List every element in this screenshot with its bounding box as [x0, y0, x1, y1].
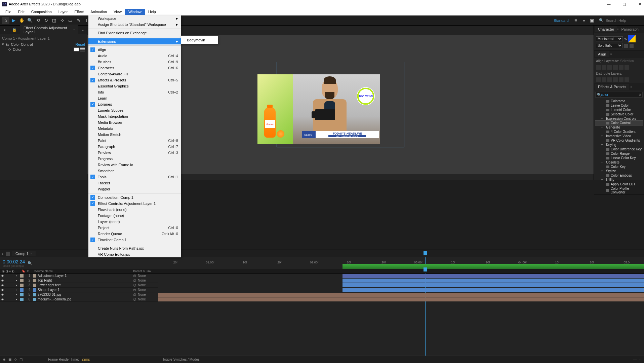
twirl-icon[interactable]: ▸ [14, 284, 19, 287]
dist-1-icon[interactable] [596, 77, 601, 82]
pickwhip-icon[interactable]: @ [133, 274, 138, 278]
effects-tree-item[interactable]: ▾Immersive Video [595, 134, 643, 138]
menu-item[interactable]: Learn [88, 95, 181, 101]
menu-effect[interactable]: Effect [71, 9, 87, 15]
orbit-tool[interactable]: ⟲ [34, 17, 42, 24]
menu-item[interactable]: Mask Interpolation [88, 113, 181, 119]
workspace-name[interactable]: Standard [551, 19, 571, 23]
layer-name[interactable]: 2762333-01.jpg [38, 293, 133, 296]
reset-workspace-icon[interactable]: » [580, 17, 588, 24]
fx-badge[interactable]: fx [6, 42, 9, 46]
fill-icon[interactable] [624, 44, 628, 48]
visibility-icon[interactable]: ◉ [0, 293, 5, 296]
effects-tree-item[interactable]: Colorama [595, 99, 643, 103]
menu-item[interactable]: PreviewCtrl+3 [88, 150, 181, 156]
clear-search-icon[interactable]: × [639, 93, 641, 97]
dist-3-icon[interactable] [607, 77, 612, 82]
toggle-switches-modes[interactable]: Toggle Switches / Modes [162, 358, 631, 361]
panel-tab-next[interactable]: » [78, 27, 87, 33]
effects-tree-item[interactable]: Lumetri Color [595, 108, 643, 112]
paragraph-tab[interactable]: Paragraph [619, 26, 641, 32]
effects-tree-item[interactable]: ▾Utility [595, 178, 643, 182]
effects-presets-tab[interactable]: Effects & Presets [595, 84, 629, 90]
sb-dash-1[interactable]: — [633, 358, 637, 361]
menu-window[interactable]: Window [125, 9, 145, 15]
panel-toggle-icon[interactable]: ▣ [588, 17, 596, 24]
effects-tree-item[interactable]: Selective Color [595, 112, 643, 116]
camera-tool[interactable]: ◫ [50, 17, 58, 24]
workspace-menu-icon[interactable]: ≡ [572, 17, 579, 24]
menu-item[interactable]: BrushesCtrl+9 [88, 59, 181, 65]
twirl-icon[interactable]: ▸ [14, 298, 19, 301]
menu-item[interactable]: Media Browser [88, 119, 181, 125]
align-vcenter-icon[interactable] [619, 65, 623, 70]
dist-5-icon[interactable] [619, 77, 623, 82]
menu-item[interactable]: Tracker [88, 180, 181, 186]
timeline-layer-row[interactable]: ◉▸2Top Right@None [0, 278, 158, 283]
sb-icon-3[interactable]: ⊹ [14, 358, 17, 361]
layer-bar[interactable] [343, 283, 644, 287]
parent-dropdown[interactable]: None [138, 288, 158, 292]
timeline-layer-row[interactable]: ◉▸4Shape Layer 1@None [0, 288, 158, 292]
pickwhip-icon[interactable]: @ [133, 284, 138, 287]
label-color[interactable] [20, 279, 24, 282]
menu-item[interactable]: ✓Align [88, 47, 181, 53]
pickwhip-icon[interactable]: @ [133, 279, 138, 282]
parent-dropdown[interactable]: None [138, 274, 158, 278]
label-color[interactable] [20, 298, 24, 301]
menu-item[interactable]: InfoCtrl+2 [88, 89, 181, 95]
menu-item[interactable]: Wiggler [88, 186, 181, 192]
menu-item[interactable]: ✓Composition: Comp 1 [88, 194, 181, 201]
home-button[interactable]: ⌂ [2, 17, 9, 24]
effects-tree-item[interactable]: ▾Stylize [595, 169, 643, 173]
effects-tree-item[interactable]: Color Key [595, 165, 643, 169]
parent-dropdown[interactable]: None [138, 297, 158, 301]
layer-name[interactable]: Top Right [38, 279, 133, 282]
menu-item[interactable]: Lumetri Scopes [88, 107, 181, 113]
menu-composition[interactable]: Composition [28, 9, 55, 15]
bodymovin-item[interactable]: Bodymovin [181, 37, 218, 43]
stroke-icon[interactable] [630, 44, 634, 48]
rotate-tool[interactable]: ↻ [42, 17, 50, 24]
zoom-tool[interactable]: 🔍 [26, 17, 34, 24]
label-color[interactable] [20, 288, 24, 292]
twirl-icon[interactable]: ▸ [14, 274, 19, 277]
eyedropper-icon[interactable]: ✎ [624, 37, 627, 41]
menu-layer[interactable]: Layer [55, 9, 71, 15]
anchor-tool[interactable]: ⊹ [58, 17, 66, 24]
align-tab[interactable]: Align [595, 51, 609, 57]
search-help-input[interactable] [606, 19, 639, 23]
layer-bar[interactable] [343, 288, 644, 292]
menu-item[interactable]: Create Nulls From Paths.jsx [88, 245, 181, 251]
character-tab[interactable]: Character [595, 26, 617, 32]
dist-6-icon[interactable] [625, 77, 629, 82]
menu-item[interactable]: Flowchart: (none) [88, 207, 181, 213]
menu-item[interactable]: Smoother [88, 168, 181, 174]
align-right-icon[interactable] [607, 65, 612, 70]
effects-tree-item[interactable]: ▾Generate [595, 125, 643, 130]
menu-item[interactable]: Progress [88, 156, 181, 162]
menu-item[interactable]: ✓Timeline: Comp 1 [88, 237, 181, 243]
visibility-icon[interactable]: ◉ [0, 274, 5, 277]
menu-item[interactable]: Metadata [88, 125, 181, 132]
effects-tree-item[interactable]: Color Emboss [595, 173, 643, 178]
effects-tree-item[interactable]: 4-Color Gradient [595, 130, 643, 134]
menu-item[interactable]: VR Comp Editor.jsx [88, 251, 181, 257]
parent-dropdown[interactable]: None [138, 279, 158, 282]
sb-icon-4[interactable]: ◫ [19, 358, 23, 361]
menu-item[interactable]: Essential Graphics [88, 83, 181, 89]
layer-name[interactable]: Adjustment Layer 1 [38, 274, 133, 278]
layer-bar[interactable] [158, 293, 644, 297]
sb-icon-1[interactable]: ◉ [3, 358, 6, 361]
menu-item[interactable]: ✓Effects & PresetsCtrl+5 [88, 77, 181, 83]
pickwhip-icon[interactable]: @ [133, 298, 138, 301]
timeline-tab[interactable]: Comp 1≡ [12, 251, 36, 256]
visibility-icon[interactable]: ◉ [0, 298, 5, 301]
effects-tree-item[interactable]: Linear Color Key [595, 156, 643, 160]
timeline-layer-row[interactable]: ◉▸6medium-...-camera.jpg@None [0, 297, 158, 302]
effects-tree-item[interactable]: ▾Keying [595, 143, 643, 147]
effect-name[interactable]: Color Control [11, 42, 33, 46]
menu-item[interactable]: Review with Frame.io [88, 162, 181, 168]
menu-item[interactable]: PaintCtrl+8 [88, 138, 181, 144]
menu-item[interactable]: Render QueueCtrl+Alt+0 [88, 231, 181, 237]
